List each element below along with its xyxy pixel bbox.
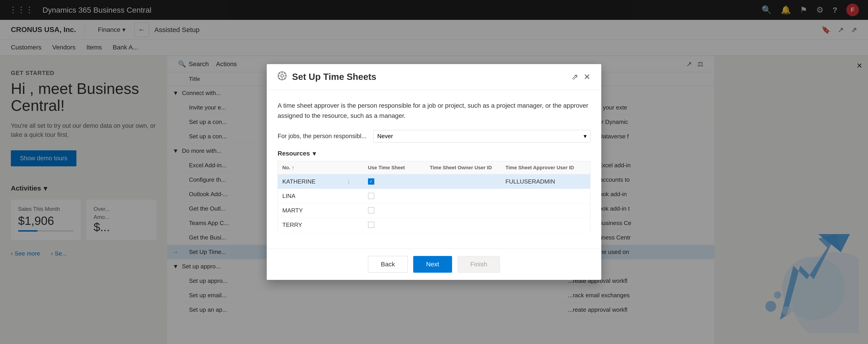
terry-no: TERRY [278, 217, 342, 232]
col-no-header: No. ↑ [278, 161, 342, 174]
modal-select-value: Never [377, 133, 393, 140]
next-button[interactable]: Next [413, 256, 452, 273]
resources-header-row: No. ↑ Use Time Sheet Time Sheet Owner Us… [278, 161, 590, 174]
modal-expand-icon[interactable]: ⇗ [571, 72, 578, 82]
katherine-approver: FULLUSERADMIN [501, 174, 590, 189]
back-button[interactable]: Back [368, 256, 408, 273]
resources-section: Resources ▾ No. ↑ Use Time Sheet Time Sh… [278, 150, 590, 232]
resources-header[interactable]: Resources ▾ [278, 150, 590, 157]
modal-header-actions: ⇗ ✕ [571, 72, 590, 82]
modal-field: For jobs, the person responsibl... Never… [278, 130, 590, 143]
svg-point-8 [281, 74, 283, 77]
lina-owner [425, 189, 501, 203]
katherine-checkbox[interactable]: ✓ [368, 178, 374, 185]
finish-button: Finish [458, 256, 500, 273]
resources-label: Resources [278, 150, 310, 157]
col-owner-header: Time Sheet Owner User ID [425, 161, 501, 174]
col-actions-header [342, 161, 363, 174]
katherine-use-time[interactable]: ✓ [364, 174, 426, 189]
marty-no: MARTY [278, 203, 342, 217]
marty-owner [425, 203, 501, 217]
lina-more-icon[interactable] [342, 189, 363, 203]
marty-approver [501, 203, 590, 217]
modal-close-icon[interactable]: ✕ [584, 72, 590, 82]
terry-more-icon[interactable] [342, 217, 363, 232]
modal-select-chevron-icon: ▾ [584, 133, 587, 140]
marty-checkbox[interactable] [368, 207, 374, 213]
lina-checkbox[interactable] [368, 193, 374, 199]
resource-row-katherine[interactable]: KATHERINE ⋮ ✓ FULLUSERADMIN [278, 174, 590, 189]
modal-footer: Back Next Finish [267, 248, 601, 280]
modal-overlay: Set Up Time Sheets ⇗ ✕ A time sheet appr… [0, 0, 868, 344]
col-use-time-header: Use Time Sheet [364, 161, 426, 174]
row-more-icon[interactable]: ⋮ [346, 179, 351, 184]
katherine-more-icon[interactable]: ⋮ [342, 174, 363, 189]
modal-field-label: For jobs, the person responsibl... [278, 133, 368, 140]
terry-checkbox[interactable] [368, 222, 374, 228]
terry-approver [501, 217, 590, 232]
resources-table: No. ↑ Use Time Sheet Time Sheet Owner Us… [278, 161, 590, 232]
terry-owner [425, 217, 501, 232]
resource-row-marty[interactable]: MARTY [278, 203, 590, 217]
modal-description: A time sheet approver is the person resp… [278, 101, 590, 121]
sort-asc-icon: ↑ [292, 165, 294, 170]
marty-use-time[interactable] [364, 203, 426, 217]
resource-row-terry[interactable]: TERRY [278, 217, 590, 232]
marty-more-icon[interactable] [342, 203, 363, 217]
resource-row-lina[interactable]: LINA [278, 189, 590, 203]
resources-chevron-icon: ▾ [313, 150, 316, 157]
lina-no: LINA [278, 189, 342, 203]
modal-settings-icon [278, 71, 287, 82]
modal-body: A time sheet approver is the person resp… [267, 90, 601, 248]
modal-select-never[interactable]: Never ▾ [373, 130, 590, 143]
modal-header: Set Up Time Sheets ⇗ ✕ [267, 64, 601, 90]
lina-approver [501, 189, 590, 203]
lina-use-time[interactable] [364, 189, 426, 203]
time-sheets-modal: Set Up Time Sheets ⇗ ✕ A time sheet appr… [267, 64, 601, 280]
modal-title: Set Up Time Sheets [292, 72, 571, 82]
katherine-owner [425, 174, 501, 189]
col-approver-header: Time Sheet Approver User ID [501, 161, 590, 174]
terry-use-time[interactable] [364, 217, 426, 232]
katherine-no: KATHERINE [278, 174, 342, 189]
